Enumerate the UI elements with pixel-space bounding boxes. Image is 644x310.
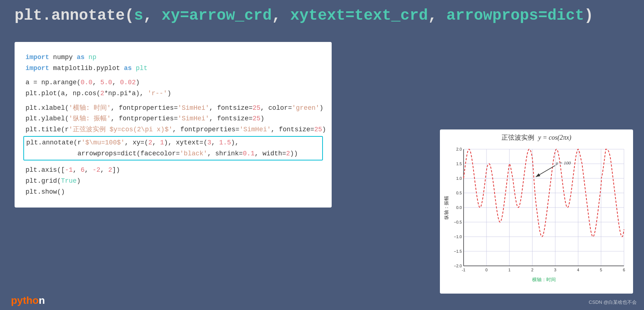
x-tick-labels: -1 0 1 2 3 4 5 6 bbox=[462, 268, 625, 272]
svg-text:1.5: 1.5 bbox=[456, 162, 462, 166]
code-line-8: plt.annotate(r'$\mu=100$', xy=(2, 1), xy… bbox=[26, 137, 320, 148]
title-param-xy: xy=arrow_crd bbox=[161, 7, 272, 24]
x-axis-label: 横轴：时间 bbox=[532, 277, 556, 282]
logo-python-text: pytho bbox=[11, 295, 39, 306]
svg-text:-1: -1 bbox=[462, 268, 465, 272]
code-line-10: plt.axis([-1, 6, -2, 2]) bbox=[26, 165, 321, 176]
code-line-1: import numpy as np bbox=[26, 52, 321, 63]
title-param-s: s bbox=[134, 7, 143, 24]
code-line-5: plt.xlabel('横轴: 时间', fontproperties='Sim… bbox=[26, 103, 321, 114]
annotate-highlight: plt.annotate(r'$\mu=100$', xy=(2, 1), xy… bbox=[23, 136, 323, 160]
svg-text:2.0: 2.0 bbox=[456, 147, 462, 151]
svg-text:6: 6 bbox=[623, 268, 625, 272]
code-line-3: a = np.arange(0.0, 5.0, 0.02) bbox=[26, 77, 321, 88]
logo-python-n: n bbox=[39, 295, 45, 306]
svg-text:0.5: 0.5 bbox=[456, 191, 462, 195]
grid-lines-h bbox=[464, 149, 624, 266]
code-line-6: plt.ylabel('纵轴: 振幅', fontproperties='Sim… bbox=[26, 113, 321, 124]
title-prefix: plt.annotate( bbox=[15, 7, 134, 24]
plot-title: 正弦波实例 y = cos(2πx) bbox=[444, 133, 629, 142]
svg-text:3: 3 bbox=[554, 268, 556, 272]
code-panel: import numpy as np import matplotlib.pyp… bbox=[15, 42, 332, 208]
code-line-9: arrowprops=dict(facecolor='black', shrin… bbox=[26, 148, 320, 159]
code-line-11: plt.grid(True) bbox=[26, 176, 321, 187]
code-line-4: plt.plot(a, np.cos(2*np.pi*a), 'r--') bbox=[26, 88, 321, 99]
svg-text:0.0: 0.0 bbox=[456, 205, 462, 210]
code-line-7: plt.title(r'正弦波实例 $y=cos(2\pi x)$', font… bbox=[26, 124, 321, 135]
svg-text:−2.0: −2.0 bbox=[454, 264, 462, 268]
y-tick-labels: 2.0 1.5 1.0 0.5 0.0 −0.5 −1.0 −1.5 −2.0 bbox=[454, 147, 462, 268]
plot-title-math: y = cos(2πx) bbox=[538, 134, 571, 141]
y-axis-label: 纵轴：振幅 bbox=[444, 196, 449, 220]
page-title: plt.annotate(s, xy=arrow_crd, xytext=tex… bbox=[0, 0, 644, 28]
annotation-text: μ = 100 bbox=[555, 160, 571, 166]
plot-panel: 正弦波实例 y = cos(2πx) bbox=[440, 129, 633, 294]
svg-text:0: 0 bbox=[485, 268, 488, 272]
watermark: CSDN @白某啥也不会 bbox=[589, 299, 637, 306]
code-line-2: import matplotlib.pyplot as plt bbox=[26, 63, 321, 74]
svg-text:2: 2 bbox=[531, 268, 534, 272]
svg-text:−1.5: −1.5 bbox=[454, 249, 462, 253]
plot-svg: μ = 100 -1 0 1 2 3 4 5 6 2.0 1.5 1.0 0.5… bbox=[444, 144, 629, 286]
annotation-arrow: μ = 100 bbox=[536, 160, 571, 177]
plot-area: μ = 100 -1 0 1 2 3 4 5 6 2.0 1.5 1.0 0.5… bbox=[444, 144, 629, 286]
svg-text:1: 1 bbox=[508, 268, 511, 272]
svg-text:1.0: 1.0 bbox=[456, 176, 462, 181]
svg-text:−1.0: −1.0 bbox=[454, 235, 462, 239]
svg-text:5: 5 bbox=[600, 268, 602, 272]
title-param-xytext: xytext=text_crd bbox=[290, 7, 428, 24]
svg-text:4: 4 bbox=[577, 268, 579, 272]
code-line-12: plt.show() bbox=[26, 187, 321, 198]
title-param-arrowprops: arrowprops=dict bbox=[446, 7, 584, 24]
logo-area: python bbox=[11, 295, 45, 306]
svg-text:−0.5: −0.5 bbox=[454, 220, 462, 224]
